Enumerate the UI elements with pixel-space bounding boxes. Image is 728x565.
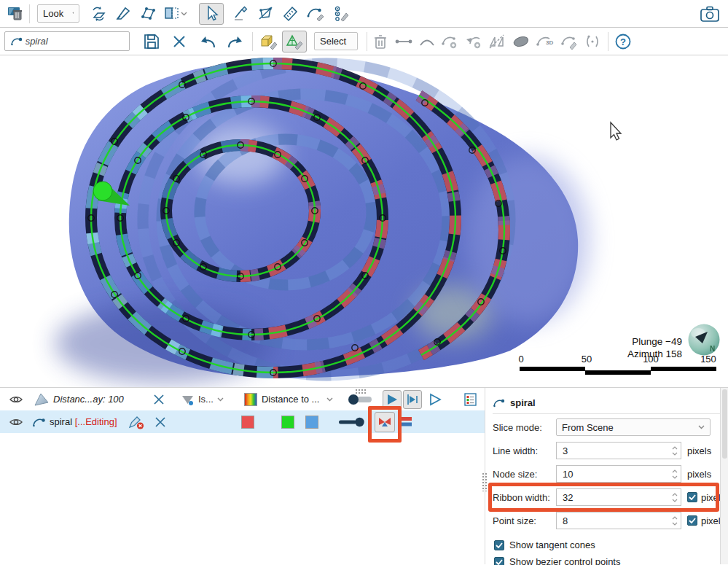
arc-tool-button[interactable] [417,31,437,52]
control-node[interactable] [352,345,358,351]
save-button[interactable] [141,31,162,52]
panel-scrollbar[interactable] [720,388,728,564]
ribbon-width-spinner[interactable] [556,488,681,506]
spinner-arrows[interactable] [668,493,681,502]
look-dropdown[interactable]: Look [37,4,79,23]
control-node[interactable] [270,370,276,375]
scene-item-spiral[interactable]: spiral [...Editing] [0,410,485,433]
edit-mesh-button[interactable] [282,31,307,52]
undo-button[interactable] [198,31,219,52]
colormap-dropdown-label[interactable]: Distance to ... [262,394,319,405]
control-node[interactable] [478,299,484,305]
control-node[interactable] [135,273,141,278]
control-node[interactable] [88,215,94,221]
curve-tangent-button[interactable] [583,31,603,52]
ribbon-width-pixels-checkbox[interactable] [687,492,697,502]
control-node[interactable] [360,83,366,89]
control-node[interactable] [111,139,117,144]
opacity-toggle[interactable] [348,394,374,405]
control-node[interactable] [183,114,189,120]
control-node[interactable] [238,142,243,148]
control-node[interactable] [500,248,506,254]
3d-scene[interactable]: 0 50 100 150 Plunge −49 Azimuth 158 N [0,55,728,387]
control-node[interactable] [469,147,475,153]
ribbon-width-input[interactable] [557,492,668,503]
object-name-input[interactable] [26,36,124,47]
help-button[interactable]: ? [613,31,633,52]
node-size-input[interactable] [557,469,668,480]
polygon-edit-tool-button[interactable] [256,3,276,25]
select-mode-dropdown[interactable]: Select [314,32,358,50]
spinner-arrows[interactable] [668,446,681,456]
add-node-button[interactable] [440,31,461,52]
edit-points-tool-button[interactable] [332,3,352,25]
orientation-ball[interactable]: N [689,324,720,356]
move-rotate-tool-button[interactable] [88,3,109,25]
control-node[interactable] [117,215,123,221]
show-bezier-checkbox[interactable] [494,557,504,565]
spinner-arrows[interactable] [668,469,681,479]
control-node[interactable] [179,82,185,87]
control-node[interactable] [275,152,281,157]
curve-3d-button[interactable]: 3D [535,31,557,52]
control-node[interactable] [314,316,320,322]
remove-layer-icon[interactable] [154,416,167,428]
iso-dropdown-label[interactable]: Is... [198,394,214,405]
control-node[interactable] [179,348,185,354]
control-node[interactable] [173,240,179,246]
object-name-field[interactable] [4,31,130,51]
spinner-arrows[interactable] [668,516,681,526]
control-node[interactable] [200,264,206,270]
control-node[interactable] [434,339,440,345]
color-swatch-blue[interactable] [305,416,318,429]
control-node[interactable] [380,215,385,221]
control-node[interactable] [200,152,206,157]
control-node[interactable] [238,273,243,279]
curve-draw-button[interactable] [560,31,580,52]
clear-scene-button[interactable] [6,3,26,25]
close-edit-button[interactable] [169,31,189,52]
draw-line-tool-button[interactable] [231,3,251,25]
disc-tool-button[interactable] [510,31,532,52]
show-tangent-cones-row[interactable]: Show tangent cones [494,537,728,553]
control-node[interactable] [275,264,281,270]
play-outline-icon[interactable] [428,392,442,407]
delete-node-button[interactable] [370,31,391,52]
control-node[interactable] [422,100,428,106]
point-size-spinner[interactable] [556,512,681,529]
shade-mode-slice-button[interactable] [403,390,422,409]
rectangle-select-tool-button[interactable] [163,3,189,25]
control-node[interactable] [248,98,254,104]
draw-polyline-tool-button[interactable] [138,3,158,25]
redo-button[interactable] [224,31,245,52]
edit-solid-button[interactable] [259,31,279,52]
scene-item-distance[interactable]: Distanc...ay: 100 Is... Distance to ... [0,388,485,410]
color-swatch-green[interactable] [281,416,294,429]
screenshot-button[interactable] [699,3,721,25]
show-bezier-row[interactable]: Show bezier control points [494,553,728,565]
control-node[interactable] [135,157,141,163]
legend-list-icon[interactable] [464,393,477,406]
draw-curve-tool-button[interactable] [305,3,326,25]
splitter-grip[interactable] [482,472,488,491]
shade-mode-filled-button[interactable] [383,390,402,409]
control-node[interactable] [362,273,368,278]
control-node[interactable] [248,332,254,338]
control-node[interactable] [362,157,368,163]
control-node[interactable] [173,176,179,182]
control-node[interactable] [111,292,117,297]
flat-ribbon-icon[interactable] [398,416,412,427]
segment-tool-button[interactable] [394,31,414,52]
line-node-size-icon[interactable] [337,416,365,428]
point-size-input[interactable] [557,515,668,526]
line-width-spinner[interactable] [556,442,681,459]
control-node[interactable] [496,200,501,206]
control-node[interactable] [312,208,318,214]
color-swatch-red[interactable] [241,416,254,429]
control-node[interactable] [183,316,189,322]
control-node[interactable] [163,208,169,214]
draw-slice-tool-button[interactable] [113,3,133,25]
mirror-nodes-button[interactable] [487,31,507,52]
control-node[interactable] [314,114,320,120]
point-size-pixels-checkbox[interactable] [687,515,697,526]
